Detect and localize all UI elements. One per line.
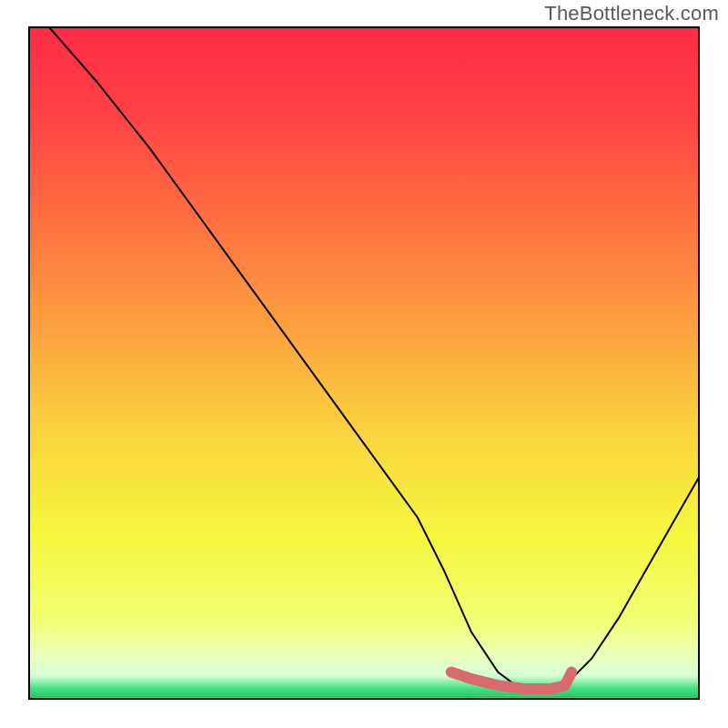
chart-container: TheBottleneck.com: [0, 0, 728, 728]
plot-background: [29, 27, 699, 699]
bottleneck-chart: [0, 0, 728, 728]
